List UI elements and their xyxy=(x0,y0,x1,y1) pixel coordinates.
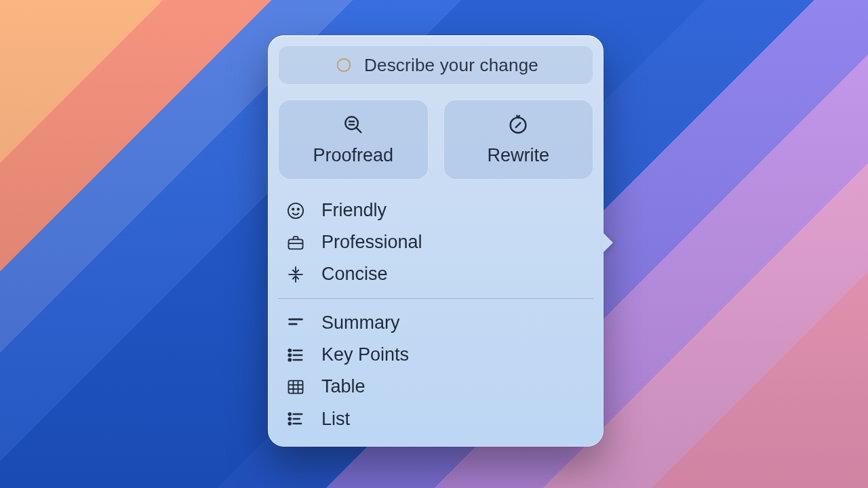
svg-point-29 xyxy=(289,413,291,415)
table-item[interactable]: Table xyxy=(282,371,589,403)
professional-label: Professional xyxy=(321,230,422,254)
describe-change-input[interactable]: Describe your change xyxy=(278,45,593,85)
table-label: Table xyxy=(321,375,366,399)
concise-item[interactable]: Concise xyxy=(282,258,589,290)
svg-point-10 xyxy=(292,208,294,209)
summary-label: Summary xyxy=(321,311,400,335)
svg-point-9 xyxy=(288,203,303,218)
svg-line-4 xyxy=(356,127,361,132)
friendly-item[interactable]: Friendly xyxy=(282,195,589,226)
list-label: List xyxy=(321,407,350,431)
rewrite-label: Rewrite xyxy=(487,145,549,166)
svg-point-18 xyxy=(289,349,291,351)
ordered-list-icon xyxy=(285,408,307,430)
describe-change-placeholder: Describe your change xyxy=(364,55,538,76)
table-icon xyxy=(285,376,307,398)
svg-point-30 xyxy=(289,418,291,420)
summary-icon xyxy=(285,312,307,334)
svg-point-3 xyxy=(345,117,358,129)
svg-point-2 xyxy=(335,56,352,73)
svg-point-11 xyxy=(298,208,299,209)
format-section: Summary Key Points xyxy=(278,304,593,436)
section-divider xyxy=(278,298,593,299)
svg-point-20 xyxy=(289,359,291,361)
bullet-list-icon xyxy=(285,344,307,366)
writing-tools-popover: Describe your change Proofread xyxy=(268,35,604,447)
svg-rect-12 xyxy=(289,239,303,249)
sparkle-icon xyxy=(333,54,355,76)
smile-icon xyxy=(285,200,307,222)
tone-section: Friendly Professional xyxy=(278,192,593,291)
proofread-button[interactable]: Proofread xyxy=(278,100,429,180)
svg-line-8 xyxy=(515,122,521,127)
concise-label: Concise xyxy=(321,262,388,286)
briefcase-icon xyxy=(285,232,307,253)
summary-item[interactable]: Summary xyxy=(282,307,589,339)
svg-point-31 xyxy=(289,423,291,425)
list-item[interactable]: List xyxy=(282,403,589,435)
professional-item[interactable]: Professional xyxy=(282,226,589,258)
rewrite-icon xyxy=(507,114,529,136)
keypoints-label: Key Points xyxy=(321,343,409,367)
svg-point-19 xyxy=(289,354,291,356)
proofread-label: Proofread xyxy=(313,145,393,166)
proofread-icon xyxy=(342,114,364,136)
rewrite-button[interactable]: Rewrite xyxy=(443,100,594,180)
compress-icon xyxy=(285,264,307,285)
svg-rect-24 xyxy=(289,381,303,394)
friendly-label: Friendly xyxy=(321,199,387,222)
keypoints-item[interactable]: Key Points xyxy=(282,339,589,371)
